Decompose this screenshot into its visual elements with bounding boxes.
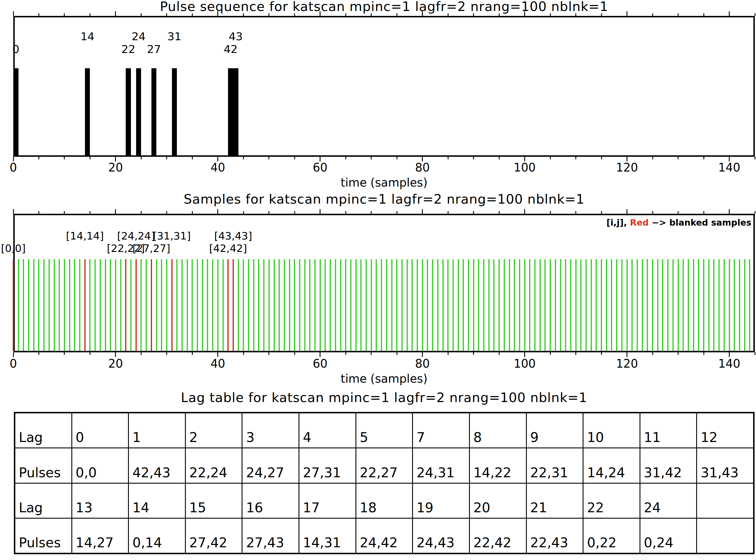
minor-tick [448,157,448,159]
blanked-sample-line [135,259,137,351]
sample-line [417,259,418,351]
blanked-sample-line [227,259,229,351]
sample-line [212,259,213,351]
sample-line [381,259,382,351]
minor-tick [371,13,372,16]
minor-tick [243,211,244,214]
sample-line [586,259,587,351]
sample-line [611,259,612,351]
table-cell: 27,43 [243,519,298,553]
major-tick [217,209,218,214]
sample-line [391,259,393,351]
table-cell [697,519,753,553]
table-cell: 14,24 [584,448,639,482]
sample-line [74,259,75,351]
pulse-plot-title: Pulse sequence for katscan mpinc=1 lagfr… [13,0,755,14]
axis-tick-label: 100 [505,161,545,174]
major-tick [422,352,423,357]
figure-page: { "colors": { "green_line": "#33cc22", "… [0,0,756,560]
table-cell: 11 [640,413,696,447]
sample-line [488,259,489,351]
blanked-sample-line [233,259,234,351]
minor-tick [192,13,193,16]
major-tick [524,11,525,16]
legend-bracket-notation: [i,j], [607,218,627,228]
table-cell: 22,27 [356,448,413,482]
table-cell: 18 [356,484,413,518]
major-tick [115,11,116,16]
row-header-cell: Lag [15,484,71,518]
minor-tick [499,13,500,16]
pulse-bar [151,68,156,155]
blanked-sample-line [171,259,172,351]
blanked-sample-label: [31,31] [140,230,204,242]
sample-line [294,259,295,351]
sample-line [197,259,198,351]
minor-tick [704,13,704,16]
sample-line [130,259,131,351]
minor-tick [601,157,602,159]
sample-line [519,259,520,351]
minor-tick [269,352,269,355]
sample-line [94,259,96,351]
table-cell: 22,24 [186,448,242,482]
sample-line [478,259,479,351]
sample-line [406,259,408,351]
major-tick [217,352,218,357]
table-cell: 14 [129,484,185,518]
table-cell: 5 [356,413,413,447]
minor-tick [575,352,576,355]
minor-tick [601,211,602,214]
table-cell: 27,42 [186,519,242,553]
sample-line [698,259,699,351]
sample-line [565,259,566,351]
table-cell: 27,31 [299,448,355,482]
sample-line [499,259,500,351]
sample-line [493,259,495,351]
legend-red-word: Red [630,218,649,228]
lag-table-title: Lag table for katscan mpinc=1 lagfr=2 nr… [13,390,755,405]
sample-line [360,259,361,351]
sample-line [729,259,730,351]
legend-suffix-text: −> blanked samples [652,218,751,228]
sample-line [207,259,208,351]
minor-tick [141,13,142,16]
row-header-cell: Pulses [15,448,71,482]
sample-line [595,259,597,351]
axis-tick-label: 20 [96,357,136,370]
minor-tick [345,157,346,159]
table-cell: 31,43 [697,448,753,482]
sample-line [550,259,551,351]
major-tick [524,352,525,357]
sample-line [18,259,19,351]
sample-line [23,259,24,351]
sample-line [524,259,525,351]
sample-line [263,259,265,351]
sample-line [345,259,346,351]
major-tick [627,209,627,214]
sample-line [320,259,321,351]
table-cell: 8 [470,413,526,447]
samples-plot-title: Samples for katscan mpinc=1 lagfr=2 nran… [13,192,755,207]
minor-tick [678,352,678,355]
sample-line [182,259,183,351]
minor-tick [294,157,295,159]
pulse-bar-label: 27 [134,43,174,56]
minor-tick [166,352,167,355]
major-tick [422,11,423,16]
minor-tick [499,157,500,159]
axis-tick-label: 60 [300,161,340,174]
row-header-cell: Lag [15,413,71,447]
sample-line [105,259,106,351]
axis-tick-label: 120 [607,161,647,174]
table-cell: 12 [697,413,753,447]
samples-x-axis-label: time (samples) [13,372,755,385]
sample-line [187,259,188,351]
minor-tick [755,157,755,159]
sample-line [688,259,689,351]
minor-tick [397,211,397,214]
sample-line [427,259,428,351]
minor-tick [499,211,500,214]
minor-tick [704,157,704,159]
minor-tick [192,211,193,214]
